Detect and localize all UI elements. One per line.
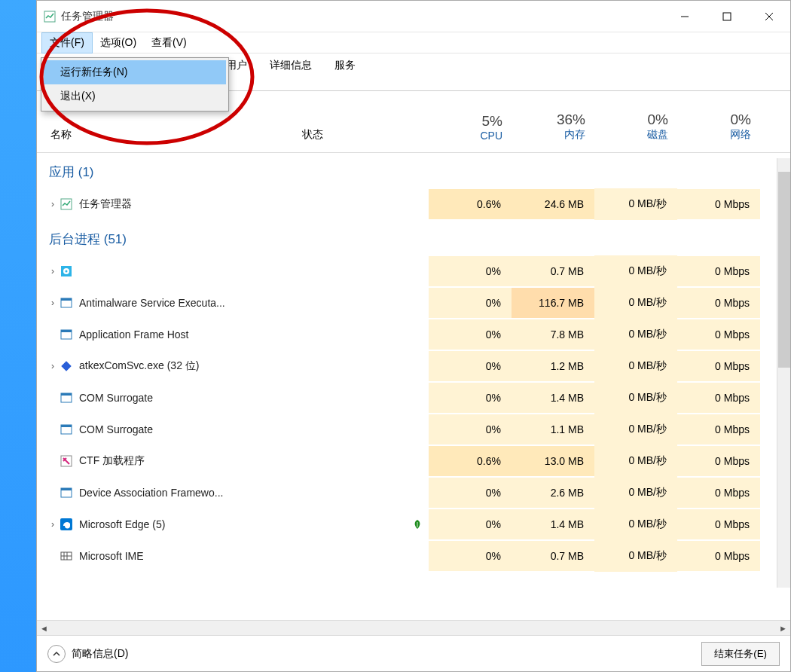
process-name: Device Association Framewo...: [79, 487, 223, 499]
vertical-scrollbar-thumb[interactable]: [778, 172, 790, 368]
process-name: atkexComSvc.exe (32 位): [79, 359, 200, 373]
memory-value: 116.7 MB: [512, 288, 594, 318]
scroll-right-icon[interactable]: ►: [779, 624, 787, 633]
col-cpu[interactable]: 5% CPU: [429, 108, 512, 146]
process-name: COM Surrogate: [79, 423, 153, 435]
table-row[interactable]: › 任务管理器 0.6% 24.6 MB 0 MB/秒 0 Mbps: [37, 188, 790, 220]
table-row[interactable]: Device Association Framewo... 0% 2.6 MB …: [37, 477, 790, 509]
menubar: 文件(F) 选项(O) 查看(V): [37, 32, 790, 53]
disk-value: 0 MB/秒: [594, 540, 677, 572]
memory-value: 1.4 MB: [512, 509, 594, 539]
process-name: COM Surrogate: [79, 392, 153, 404]
fewer-details-label[interactable]: 简略信息(D): [72, 647, 128, 661]
memory-value: 2.6 MB: [512, 478, 594, 508]
table-row[interactable]: › atkexComSvc.exe (32 位) 0% 1.2 MB 0 MB/…: [37, 350, 790, 382]
cpu-value: 0%: [429, 319, 512, 350]
cpu-value: 0%: [429, 256, 512, 286]
app-icon: [43, 10, 56, 23]
group-header-background: 后台进程 (51): [37, 220, 790, 255]
table-row[interactable]: COM Surrogate 0% 1.1 MB 0 MB/秒 0 Mbps: [37, 414, 790, 445]
disk-value: 0 MB/秒: [594, 188, 677, 220]
network-value: 0 Mbps: [677, 478, 760, 508]
process-name: 任务管理器: [79, 197, 132, 211]
cpu-value: 0%: [429, 414, 512, 444]
table-row[interactable]: Microsoft IME 0% 0.7 MB 0 MB/秒 0 Mbps: [37, 540, 790, 572]
process-name: Application Frame Host: [79, 328, 189, 341]
disk-value: 0 MB/秒: [594, 445, 677, 477]
memory-value: 1.1 MB: [512, 414, 594, 444]
network-value: 0 Mbps: [677, 351, 760, 381]
process-status: [293, 519, 429, 530]
network-value: 0 Mbps: [677, 189, 760, 219]
expand-toggle[interactable]: ›: [46, 266, 60, 276]
memory-value: 7.8 MB: [512, 319, 594, 350]
process-icon: [60, 549, 73, 563]
close-button[interactable]: [748, 1, 790, 32]
process-name: Antimalware Service Executa...: [79, 297, 225, 309]
process-icon: [60, 486, 73, 499]
col-status[interactable]: 状态: [293, 124, 429, 146]
expand-toggle[interactable]: ›: [46, 199, 60, 209]
process-icon: [60, 296, 73, 310]
menu-item-run-new-task[interactable]: 运行新任务(N): [44, 60, 226, 84]
minimize-button[interactable]: [664, 1, 706, 32]
disk-value: 0 MB/秒: [594, 382, 677, 414]
expand-toggle[interactable]: ›: [46, 361, 60, 371]
disk-value: 0 MB/秒: [594, 350, 677, 382]
menu-file[interactable]: 文件(F): [41, 32, 93, 53]
network-value: 0 Mbps: [677, 319, 760, 350]
memory-value: 1.2 MB: [512, 351, 594, 381]
table-row[interactable]: CTF 加载程序 0.6% 13.0 MB 0 MB/秒 0 Mbps: [37, 445, 790, 477]
cpu-value: 0%: [429, 383, 512, 413]
cpu-value: 0%: [429, 478, 512, 508]
disk-value: 0 MB/秒: [594, 287, 677, 319]
table-body: 应用 (1) › 任务管理器 0.6% 24.6 MB 0 MB/秒 0 Mbp…: [37, 153, 790, 620]
cpu-value: 0.6%: [429, 446, 512, 476]
memory-value: 24.6 MB: [512, 189, 594, 219]
cpu-value: 0.6%: [429, 189, 512, 219]
disk-value: 0 MB/秒: [594, 255, 677, 287]
table-row[interactable]: COM Surrogate 0% 1.4 MB 0 MB/秒 0 Mbps: [37, 382, 790, 414]
table-row[interactable]: Application Frame Host 0% 7.8 MB 0 MB/秒 …: [37, 319, 790, 350]
process-icon: [60, 359, 73, 373]
process-icon: [60, 391, 73, 405]
tab-services[interactable]: 服务: [323, 53, 367, 90]
disk-value: 0 MB/秒: [594, 477, 677, 509]
expand-toggle[interactable]: ›: [46, 519, 60, 530]
menu-options[interactable]: 选项(O): [93, 33, 144, 53]
memory-value: 0.7 MB: [512, 541, 594, 571]
network-value: 0 Mbps: [677, 256, 760, 286]
cpu-value: 0%: [429, 351, 512, 381]
table-row[interactable]: › 0% 0.7 MB 0 MB/秒 0 Mbps: [37, 255, 790, 287]
menu-view[interactable]: 查看(V): [144, 33, 194, 53]
memory-value: 13.0 MB: [512, 446, 594, 476]
expand-toggle[interactable]: ›: [46, 298, 60, 308]
end-task-button[interactable]: 结束任务(E): [701, 642, 780, 666]
table-row[interactable]: › Microsoft Edge (5) 0% 1.4 MB 0 MB/秒 0 …: [37, 509, 790, 540]
table-row[interactable]: › Antimalware Service Executa... 0% 116.…: [37, 287, 790, 319]
disk-value: 0 MB/秒: [594, 319, 677, 350]
menu-item-exit[interactable]: 退出(X): [44, 84, 226, 108]
svg-rect-19: [61, 488, 72, 490]
scroll-left-icon[interactable]: ◄: [40, 624, 48, 633]
col-network[interactable]: 0% 网络: [677, 107, 760, 146]
process-icon: [60, 518, 73, 531]
cpu-value: 0%: [429, 541, 512, 571]
col-memory[interactable]: 36% 内存: [512, 107, 594, 146]
svg-rect-12: [61, 330, 72, 332]
col-name[interactable]: 名称: [37, 124, 293, 146]
process-icon: [60, 264, 73, 278]
fewer-details-toggle[interactable]: [47, 645, 66, 663]
svg-rect-10: [61, 298, 72, 301]
horizontal-scrollbar[interactable]: ◄ ►: [37, 620, 790, 635]
disk-value: 0 MB/秒: [594, 509, 677, 540]
cpu-value: 0%: [429, 288, 512, 318]
titlebar: 任务管理器: [37, 1, 790, 32]
network-value: 0 Mbps: [677, 383, 760, 413]
col-disk[interactable]: 0% 磁盘: [594, 107, 677, 146]
tab-details[interactable]: 详细信息: [258, 53, 323, 90]
svg-rect-16: [61, 425, 72, 427]
network-value: 0 Mbps: [677, 509, 760, 539]
process-table: 名称 状态 5% CPU 36% 内存 0% 磁盘 0% 网络 应用 (1) ›: [37, 91, 790, 635]
maximize-button[interactable]: [706, 1, 748, 32]
